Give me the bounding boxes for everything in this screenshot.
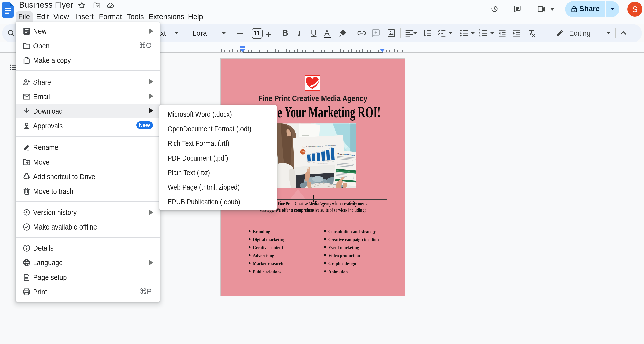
svg-text:$153,542: $153,542: [311, 152, 315, 154]
svg-text:2022: 2022: [327, 161, 329, 162]
svg-text:13.3%: 13.3%: [301, 150, 305, 152]
svg-text:2021: 2021: [322, 161, 324, 162]
svg-text:2020: 2020: [317, 161, 319, 162]
svg-text:$184,457: $184,457: [321, 150, 325, 151]
svg-text:$167,500: $167,500: [316, 151, 320, 153]
svg-text:$223,230: $223,230: [330, 146, 334, 148]
svg-text:2018: 2018: [308, 162, 310, 163]
svg-text:$202,378: $202,378: [326, 148, 329, 149]
svg-text:2019: 2019: [313, 162, 315, 163]
svg-text:1: 1: [479, 29, 480, 32]
svg-text:3: 3: [479, 34, 480, 37]
svg-text:2023: 2023: [332, 161, 334, 162]
svg-text:2: 2: [479, 32, 480, 35]
svg-text:$140,748: $140,748: [307, 154, 310, 155]
